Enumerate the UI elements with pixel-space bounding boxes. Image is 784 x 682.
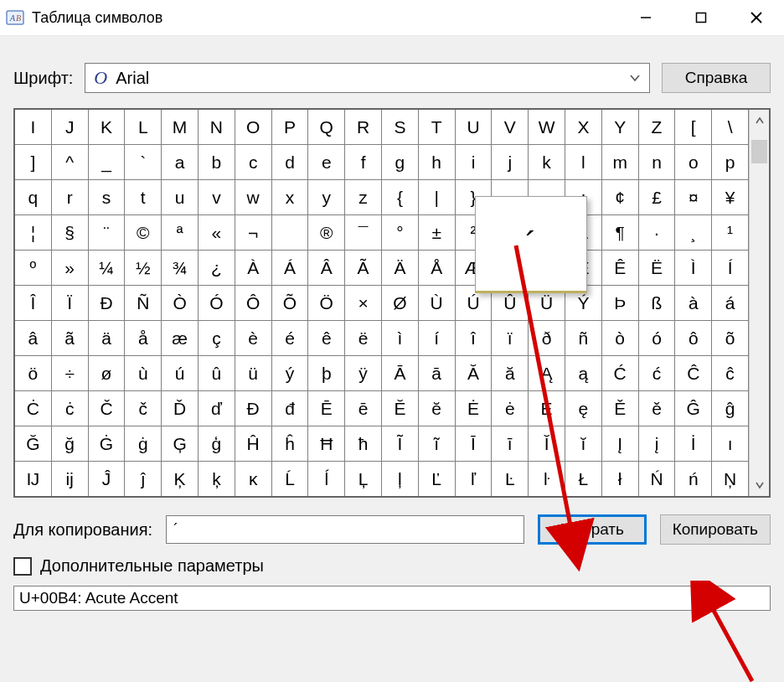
character-cell[interactable]: c <box>235 145 272 180</box>
character-cell[interactable]: ° <box>382 215 419 251</box>
character-cell[interactable]: ā <box>419 356 456 391</box>
character-cell[interactable]: ķ <box>199 462 235 496</box>
character-cell[interactable]: q <box>15 180 52 215</box>
character-cell[interactable]: ı <box>712 426 749 462</box>
character-cell[interactable]: ń <box>675 462 712 496</box>
character-cell[interactable]: ï <box>492 321 529 356</box>
character-cell[interactable]: ª <box>162 215 199 251</box>
copy-button[interactable]: Копировать <box>660 514 771 545</box>
character-cell[interactable]: l <box>565 145 602 180</box>
character-cell[interactable]: ç <box>199 321 235 356</box>
character-cell[interactable]: ĥ <box>272 426 309 462</box>
character-cell[interactable]: v <box>199 180 235 215</box>
scrollbar-thumb[interactable] <box>751 140 767 163</box>
character-cell[interactable]: ø <box>89 356 126 391</box>
character-cell[interactable]: ė <box>492 391 529 426</box>
character-cell[interactable]: ¥ <box>712 180 749 215</box>
character-cell[interactable]: Ą <box>529 356 565 391</box>
character-cell[interactable]: Ĭ <box>529 426 565 462</box>
character-cell[interactable]: o <box>675 145 712 180</box>
character-cell[interactable]: Ù <box>419 286 456 321</box>
character-cell[interactable]: å <box>125 321 162 356</box>
character-cell[interactable]: w <box>235 180 272 215</box>
character-cell[interactable]: Ĝ <box>675 391 712 426</box>
character-cell[interactable]: ċ <box>52 391 89 426</box>
character-cell[interactable]: · <box>639 215 676 251</box>
character-cell[interactable]: Ģ <box>162 426 199 462</box>
character-cell[interactable]: h <box>419 145 456 180</box>
character-cell[interactable]: J <box>52 110 89 145</box>
character-cell[interactable]: Á <box>272 251 309 286</box>
character-cell[interactable]: Ł <box>565 462 602 496</box>
character-cell[interactable]: \ <box>712 110 749 145</box>
character-cell[interactable]: Å <box>419 251 456 286</box>
character-cell[interactable]: ģ <box>199 426 235 462</box>
character-cell[interactable]: ` <box>125 145 162 180</box>
character-cell[interactable]: Ď <box>162 391 199 426</box>
character-cell[interactable]: Ń <box>639 462 676 496</box>
character-cell[interactable]: Ľ <box>419 462 456 496</box>
character-cell[interactable]: ó <box>639 321 676 356</box>
character-cell[interactable]: R <box>345 110 382 145</box>
character-cell[interactable]: Ě <box>602 391 639 426</box>
character-cell[interactable]: Ā <box>382 356 419 391</box>
character-cell[interactable]: ¼ <box>89 251 126 286</box>
character-cell[interactable]: ľ <box>456 462 493 496</box>
character-cell[interactable]: Č <box>89 391 126 426</box>
character-cell[interactable]: r <box>52 180 89 215</box>
character-cell[interactable]: Ä <box>382 251 419 286</box>
character-cell[interactable]: Ð <box>89 286 126 321</box>
character-cell[interactable]: â <box>15 321 52 356</box>
character-cell[interactable]: Ĺ <box>272 462 309 496</box>
scroll-down-button[interactable] <box>750 474 769 496</box>
character-cell[interactable]: Ì <box>675 251 712 286</box>
character-cell[interactable]: u <box>162 180 199 215</box>
character-cell[interactable]: d <box>272 145 309 180</box>
character-cell[interactable]: ñ <box>565 321 602 356</box>
character-cell[interactable]: Ö <box>308 286 345 321</box>
character-cell[interactable]: ù <box>125 356 162 391</box>
character-cell[interactable]: č <box>125 391 162 426</box>
advanced-checkbox[interactable] <box>13 557 32 576</box>
character-cell[interactable]: ¿ <box>199 251 235 286</box>
character-cell[interactable]: O <box>235 110 272 145</box>
character-cell[interactable]: ½ <box>125 251 162 286</box>
character-cell[interactable]: ī <box>492 426 529 462</box>
character-cell[interactable]: ® <box>308 215 345 251</box>
character-cell[interactable]: ĭ <box>565 426 602 462</box>
character-cell[interactable]: Â <box>308 251 345 286</box>
character-cell[interactable]: a <box>162 145 199 180</box>
character-cell[interactable]: ä <box>89 321 126 356</box>
scrollbar-track[interactable] <box>750 132 769 474</box>
character-cell[interactable]: û <box>199 356 235 391</box>
character-cell[interactable]: Ē <box>308 391 345 426</box>
character-cell[interactable]: k <box>529 145 565 180</box>
character-cell[interactable]: Ņ <box>712 462 749 496</box>
character-cell[interactable]: ą <box>565 356 602 391</box>
select-button[interactable]: Выбрать <box>538 514 647 545</box>
character-cell[interactable]: ĺ <box>308 462 345 496</box>
character-cell[interactable]: þ <box>308 356 345 391</box>
character-cell[interactable]: Ô <box>235 286 272 321</box>
character-cell[interactable]: Q <box>308 110 345 145</box>
maximize-button[interactable] <box>673 0 729 35</box>
character-cell[interactable]: ¹ <box>712 215 749 251</box>
character-cell[interactable]: ē <box>345 391 382 426</box>
character-cell[interactable]: Ċ <box>15 391 52 426</box>
character-cell[interactable]: ¶ <box>602 215 639 251</box>
character-cell[interactable]: ý <box>272 356 309 391</box>
character-cell[interactable]: m <box>602 145 639 180</box>
character-cell[interactable]: Ê <box>602 251 639 286</box>
character-cell[interactable]: Ø <box>382 286 419 321</box>
character-cell[interactable]: ĸ <box>235 462 272 496</box>
character-cell[interactable]: b <box>199 145 235 180</box>
character-cell[interactable]: á <box>712 286 749 321</box>
character-cell[interactable]: ú <box>162 356 199 391</box>
character-cell[interactable]: ă <box>492 356 529 391</box>
character-cell[interactable]: Ĕ <box>382 391 419 426</box>
character-cell[interactable]: À <box>235 251 272 286</box>
character-cell[interactable]: T <box>419 110 456 145</box>
character-cell[interactable]: Ñ <box>125 286 162 321</box>
character-cell[interactable]: Ã <box>345 251 382 286</box>
character-cell[interactable]: Ŀ <box>492 462 529 496</box>
